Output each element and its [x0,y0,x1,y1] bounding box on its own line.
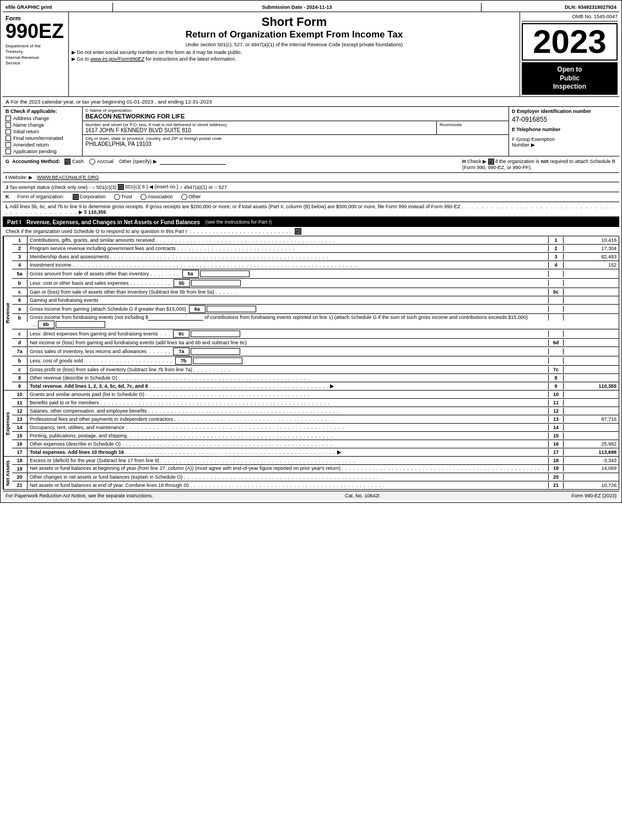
check-application-pending[interactable]: Application pending [6,149,79,154]
group-exemption-label: F Group Exemption [512,137,555,142]
linenum-6d: d [12,339,28,346]
tax-exempt-text: Tax-exempt status (check only one) - ○ 5… [9,185,118,190]
accrual-option[interactable]: Accrual [89,159,113,165]
desc-5a: Gross amount from sale of assets other t… [28,269,548,278]
expenses-section: Expenses 10 Grants and similar amounts p… [3,391,619,457]
other-option: Other (specify) ▶ [119,159,226,165]
row-6: 6 Gaming and fundraising events [12,296,619,305]
radio-assoc[interactable] [140,194,147,200]
checkbox-part1[interactable]: ✓ [295,228,301,235]
label-name-change: Name change [13,122,44,128]
val-6a [564,306,619,312]
accounting-row: G Accounting Method: ✓ Cash Accrual Othe… [3,156,619,173]
trust-option[interactable]: Trust [114,194,132,200]
row-15: 15 Printing, publications, postage, and … [12,432,619,440]
linenum-6a: a [12,305,28,313]
website-url[interactable]: WWW.BEACON4LIFE.ORG [37,175,99,180]
row-5c: c Gain or (loss) from sale of assets oth… [12,288,619,296]
row-7b: b Less: cost of goods sold . . . . . . .… [12,356,619,366]
num-7a-empty [548,348,564,355]
radio-trust[interactable] [114,194,120,200]
other-org-option[interactable]: Other [181,194,201,200]
check-final-return[interactable]: Final return/terminated [6,136,79,141]
linenum-13: 13 [12,415,28,423]
form-number: 990EZ [6,21,66,41]
checkbox-final-return[interactable] [6,136,11,141]
cash-option[interactable]: ✓ Cash [64,159,84,165]
return-title: Return of Organization Exempt From Incom… [72,29,517,40]
checkbox-name-change[interactable] [6,122,11,128]
checkbox-h[interactable]: ✓ [488,159,494,165]
linenum-20: 20 [12,473,28,481]
org-name-section: C Name of organization BEACON NETWORKING… [83,107,509,121]
assoc-option[interactable]: Association [140,194,173,200]
desc-6d: Net income or (loss) from gaming and fun… [28,339,548,346]
checkbox-501c6[interactable]: ✓ [118,184,124,190]
val-6b [564,314,619,321]
desc-17: Total expenses. Add lines 10 through 16 … [28,449,548,456]
checkbox-initial-return[interactable] [6,129,11,134]
dln-value: 93492318027924 [578,4,616,10]
desc-8: Other revenue (describe in Schedule O) .… [28,375,548,381]
desc-7c: Gross profit or (loss) from sales of inv… [28,366,548,373]
num-1: 1 [548,237,564,243]
tax-501c6[interactable]: ✓ 501(c)( 6 ) ◀ (insert no.) [118,184,179,190]
line-l-text: Add lines 5b, 6c, and 7b to line 9 to de… [10,204,461,209]
row-4: 4 Investment income . . . . . . . . . . … [12,261,619,269]
row-21: 21 Net assets or fund balances at end of… [12,481,619,489]
checkbox-application-pending[interactable] [6,149,11,154]
row-7a: 7a Gross sales of inventory, less return… [12,347,619,356]
website-row: I Website: ▶ WWW.BEACON4LIFE.ORG [3,173,619,182]
check-name-change[interactable]: Name change [6,122,79,128]
linenum-7b: b [12,357,28,365]
radio-other-org[interactable] [181,194,187,200]
website-i-label: I [6,175,7,180]
checkbox-corp[interactable]: ✓ [73,194,79,200]
row-6c: c Less: direct expenses from gaming and … [12,329,619,339]
val-12 [564,408,619,414]
desc-6a: Gross income from gaming (attach Schedul… [28,305,548,313]
val-7a [564,348,619,355]
check-amended-return[interactable]: Amended return [6,142,79,148]
form-page: efile GRAPHIC print Submission Date - 20… [0,0,622,503]
linenum-4: 4 [12,261,28,269]
form-number-section: Form 990EZ Department of the Treasury In… [3,12,69,96]
check-address-change[interactable]: Address change [6,116,79,121]
line-l-arrow: ▶ $ [79,209,87,215]
val-6 [564,297,619,304]
check-initial-return[interactable]: Initial return [6,129,79,134]
num-17: 17 [548,449,564,456]
row-19: 19 Net assets or fund balances at beginn… [12,465,619,473]
row-13: 13 Professional fees and other payments … [12,415,619,424]
num-6a-empty [548,306,564,312]
desc-10: Grants and similar amounts paid (list in… [28,391,548,398]
checkbox-amended-return[interactable] [6,142,11,148]
line-l-label: L [6,204,9,209]
linenum-7a: 7a [12,348,28,355]
checkbox-address-change[interactable] [6,116,11,121]
val-19: 14,069 [564,465,619,472]
val-5c [564,289,619,295]
irs-url[interactable]: www.irs.gov/Form990EZ [90,56,144,62]
corp-option[interactable]: ✓ Corporation [73,194,106,200]
desc-5b: Less: cost or other basis and sales expe… [28,279,548,288]
num-16: 16 [548,441,564,447]
linenum-5c: c [12,288,28,296]
section-a: A For the 2023 calendar year, or tax yea… [3,97,619,107]
radio-accrual[interactable] [89,159,95,165]
desc-12: Salaries, other compensation, and employ… [28,408,548,414]
val-7c [564,366,619,373]
checkbox-cash[interactable]: ✓ [64,159,71,165]
linenum-5a: 5a [12,270,28,278]
efile-label: efile GRAPHIC print [3,3,113,12]
line-l-row: L Add lines 5b, 6c, and 7b to line 9 to … [3,202,619,218]
submission-label: Submission Date - [262,4,305,10]
row-20: 20 Other changes in net assets or fund b… [12,473,619,481]
val-7b [564,357,619,364]
linenum-18: 18 [12,457,28,464]
footer-paperwork: For Paperwork Reduction Act Notice, see … [6,493,153,498]
section-a-label: A [6,99,9,105]
num-12: 12 [548,408,564,414]
linenum-11: 11 [12,399,28,407]
linenum-21: 21 [12,481,28,489]
